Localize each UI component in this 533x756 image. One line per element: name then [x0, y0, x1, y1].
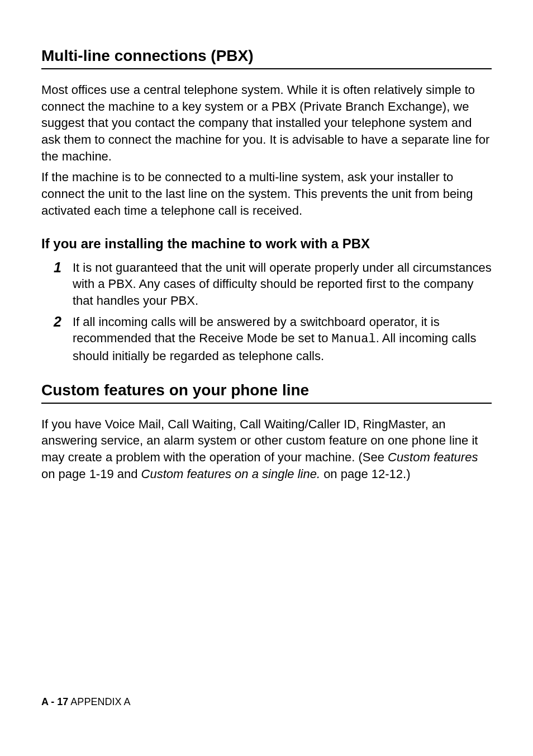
footer-page-number: A - 17	[41, 696, 68, 707]
custom-italic-1: Custom features	[388, 450, 478, 464]
paragraph-intro-2: If the machine is to be connected to a m…	[41, 169, 492, 219]
subsection-heading-pbx-install: If you are installing the machine to wor…	[41, 236, 492, 252]
list-item: 2 If all incoming calls will be answered…	[53, 314, 492, 365]
custom-features-paragraph: If you have Voice Mail, Call Waiting, Ca…	[41, 416, 492, 483]
custom-italic-2: Custom features on a single line.	[141, 467, 320, 481]
list-mono-manual: Manual	[331, 332, 375, 346]
list-number-2: 2	[54, 313, 61, 332]
pbx-steps-list: 1 It is not guaranteed that the unit wil…	[41, 259, 492, 365]
footer-label: APPENDIX A	[68, 696, 130, 707]
paragraph-intro-1: Most offices use a central telephone sys…	[41, 82, 492, 164]
section-heading-pbx: Multi-line connections (PBX)	[41, 47, 492, 69]
custom-text-2: on page 1-19 and	[41, 467, 141, 481]
page-footer: A - 17 APPENDIX A	[41, 696, 130, 708]
list-item: 1 It is not guaranteed that the unit wil…	[53, 259, 492, 309]
list-number-1: 1	[54, 258, 61, 277]
list-text-1: It is not guaranteed that the unit will …	[73, 261, 492, 308]
custom-text-3: on page 12-12.)	[320, 467, 410, 481]
section-heading-custom-features: Custom features on your phone line	[41, 381, 492, 404]
